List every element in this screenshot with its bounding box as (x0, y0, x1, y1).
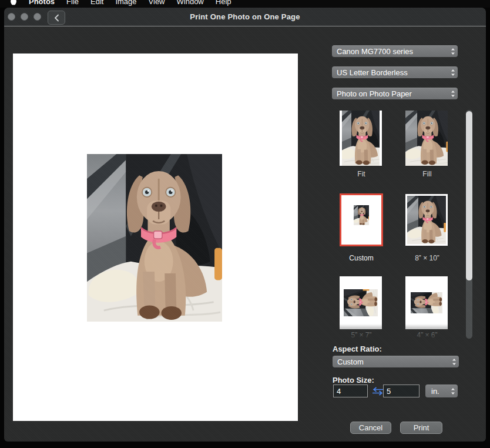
unit-select[interactable]: in. (425, 385, 458, 397)
aspect-ratio-select[interactable]: Custom (333, 356, 459, 367)
menu-item-file[interactable]: File (66, 0, 79, 7)
size-option-8x10-label: 8” × 10” (405, 254, 449, 262)
printer-select-value: Canon MG7700 series (337, 47, 413, 56)
print-preview-page (13, 54, 298, 421)
size-option-8x10[interactable] (405, 194, 448, 246)
screen: Photos File Edit Image View Window Help … (0, 0, 490, 448)
menu-bar: Photos File Edit Image View Window Help (0, 0, 490, 8)
up-down-chevrons-icon (451, 48, 455, 55)
apple-menu-icon[interactable] (10, 0, 17, 8)
menu-item-view[interactable]: View (149, 0, 165, 7)
aspect-ratio-label: Aspect Ratio: (333, 345, 382, 353)
size-option-4x6[interactable] (405, 276, 448, 329)
size-option-fill-label: Fill (405, 170, 449, 178)
paper-size-select[interactable]: US Letter Borderless (332, 66, 458, 78)
menu-item-edit[interactable]: Edit (90, 0, 103, 7)
print-button[interactable]: Print (400, 422, 442, 434)
size-option-5x7[interactable] (340, 276, 382, 329)
preview-photo (87, 154, 222, 322)
unit-value: in. (431, 387, 439, 396)
window-title: Print One Photo on One Page (4, 12, 486, 21)
cancel-button[interactable]: Cancel (350, 422, 391, 434)
paper-size-value: US Letter Borderless (337, 68, 408, 77)
menu-item-photos[interactable]: Photos (29, 0, 55, 7)
photo-width-input[interactable] (333, 385, 368, 397)
paper-type-select[interactable]: Photo on Photo Paper (332, 88, 458, 99)
photo-height-input[interactable] (383, 385, 419, 397)
menu-item-window[interactable]: Window (177, 0, 204, 7)
size-option-fit-label: Fit (340, 170, 383, 178)
size-option-4x6-label: 4” × 6” (405, 331, 449, 339)
up-down-chevrons-icon (452, 358, 457, 366)
menu-item-image[interactable]: Image (115, 0, 136, 7)
print-dialog-window: Print One Photo on One Page Canon MG7700… (4, 8, 486, 442)
size-option-fill[interactable] (405, 111, 448, 166)
menu-item-help[interactable]: Help (216, 0, 231, 7)
size-option-5x7-label: 5” × 7” (340, 331, 383, 339)
size-option-fit[interactable] (340, 111, 382, 166)
scrollbar-thumb[interactable] (466, 111, 472, 280)
printer-select[interactable]: Canon MG7700 series (332, 45, 458, 57)
photo-size-label: Photo Size: (333, 376, 374, 385)
up-down-chevrons-icon (451, 69, 455, 76)
paper-type-value: Photo on Photo Paper (337, 89, 412, 98)
title-bar: Print One Photo on One Page (4, 8, 486, 26)
size-option-custom-selected[interactable] (340, 193, 383, 246)
size-option-custom-label: Custom (340, 254, 383, 262)
up-down-chevrons-icon (451, 90, 455, 98)
aspect-ratio-value: Custom (337, 357, 364, 366)
up-down-chevrons-icon (451, 387, 455, 395)
